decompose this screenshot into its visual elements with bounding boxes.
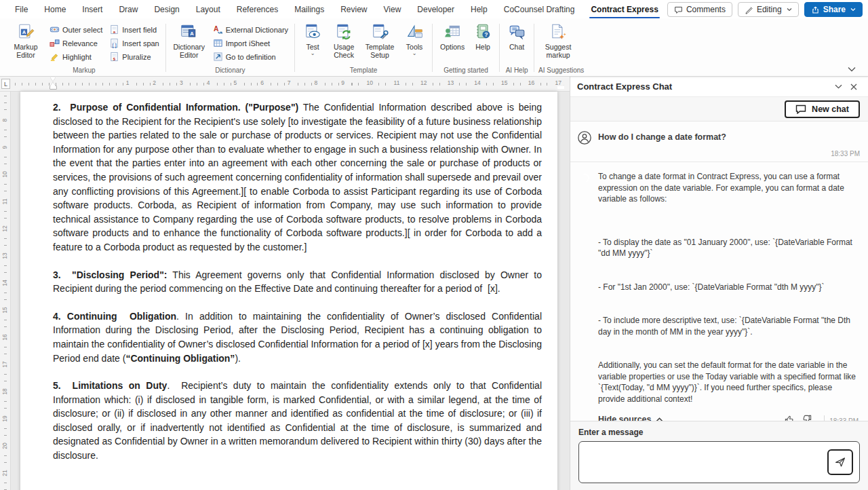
markup-editor-button[interactable]: A Markup Editor bbox=[7, 21, 45, 60]
options-button[interactable]: Options bbox=[437, 21, 468, 52]
template-setup-button[interactable]: Template Setup bbox=[361, 21, 398, 60]
chat-icon bbox=[508, 23, 526, 41]
ai-suggestions-group-label: AI Suggestions bbox=[538, 65, 584, 76]
assistant-bullet: - For "1st Jan 2000", use: `{DateVariabl… bbox=[598, 282, 860, 293]
assistant-message-timestamp: 18:33 PM bbox=[829, 417, 859, 421]
dictionary-editor-icon: A bbox=[180, 23, 198, 41]
new-chat-button[interactable]: New chat bbox=[785, 100, 860, 118]
share-button[interactable]: Share bbox=[804, 2, 863, 17]
user-message-timestamp: 18:33 PM bbox=[598, 150, 860, 157]
ruler-number: 17 bbox=[553, 79, 563, 86]
contract-express-chat-panel: Contract Express Chat New chat How do I … bbox=[570, 77, 868, 490]
footer-divider bbox=[824, 415, 825, 421]
template-setup-icon bbox=[371, 23, 389, 41]
external-dictionary-icon: A bbox=[213, 24, 223, 35]
pluralize-button[interactable]: s Pluralize bbox=[107, 51, 161, 62]
import-isheet-label: Import iSheet bbox=[226, 39, 270, 48]
ruler-ticks bbox=[4, 96, 7, 490]
menu-tab-design[interactable]: Design bbox=[146, 0, 187, 19]
menu-tab-contract-express[interactable]: Contract Express bbox=[583, 0, 666, 19]
message-input[interactable] bbox=[578, 441, 860, 483]
menu-tab-draw[interactable]: Draw bbox=[111, 0, 146, 19]
editing-label: Editing bbox=[757, 5, 782, 14]
menu-tab-cocounsel-drafting[interactable]: CoCounsel Drafting bbox=[496, 0, 583, 19]
pluralize-label: Pluralize bbox=[122, 53, 151, 61]
group-divider bbox=[499, 24, 500, 72]
paper-plane-icon bbox=[834, 456, 846, 468]
ruler-number: 12 bbox=[418, 79, 429, 86]
vertical-ruler[interactable]: 89101112131415161718192021 bbox=[0, 92, 11, 490]
insert-field-button[interactable]: a Insert field bbox=[107, 24, 161, 35]
ruler-number: 16 bbox=[1, 333, 9, 343]
menu-tab-mailings[interactable]: Mailings bbox=[286, 0, 332, 19]
chevron-down-icon bbox=[787, 7, 792, 12]
dictionary-editor-button[interactable]: A Dictionary Editor bbox=[170, 21, 208, 60]
chat-panel-collapse-button[interactable] bbox=[831, 82, 846, 91]
hide-sources-toggle[interactable]: Hide sources bbox=[598, 415, 663, 421]
menu-tab-view[interactable]: View bbox=[376, 0, 410, 19]
test-button[interactable]: Test ⌄ bbox=[299, 21, 326, 56]
chat-button[interactable]: Chat bbox=[504, 21, 530, 52]
indent-marker-left[interactable] bbox=[50, 77, 56, 90]
ribbon-group-ai-suggestions: Suggest markup AI Suggestions bbox=[536, 21, 587, 76]
menu-tab-review[interactable]: Review bbox=[332, 0, 375, 19]
document-page[interactable]: 2. Purpose of Confidential Information. … bbox=[20, 92, 557, 490]
insert-field-label: Insert field bbox=[122, 26, 157, 34]
horizontal-ruler[interactable]: L 1234567891011121314151617 bbox=[0, 77, 570, 92]
usage-check-button[interactable]: Usage Check bbox=[329, 21, 359, 60]
import-isheet-button[interactable]: Import iSheet bbox=[211, 37, 290, 49]
tab-stop-selector[interactable]: L bbox=[1, 79, 10, 89]
paragraph-heading: 3. "Disclosing Period": bbox=[53, 269, 167, 280]
help-button[interactable]: ? Help bbox=[471, 21, 495, 52]
menu-tab-insert[interactable]: Insert bbox=[74, 0, 111, 19]
ruler-number: 14 bbox=[1, 278, 9, 288]
menu-tab-references[interactable]: References bbox=[229, 0, 286, 19]
menu-tab-developer[interactable]: Developer bbox=[409, 0, 462, 19]
menu-bar: File Home Insert Draw Design Layout Refe… bbox=[0, 0, 868, 19]
ribbon-group-getting-started: Options ? Help Getting started bbox=[434, 21, 498, 76]
menu-tab-help[interactable]: Help bbox=[462, 0, 496, 19]
pluralize-icon: s bbox=[109, 52, 119, 62]
chat-panel-title: Contract Express Chat bbox=[577, 81, 831, 92]
ruler-number: 17 bbox=[1, 360, 9, 370]
chat-message-list[interactable]: How do I change a date format? 18:33 PM … bbox=[570, 121, 868, 421]
ribbon: A Markup Editor Outer select Relevance H… bbox=[0, 19, 868, 77]
assistant-bullet: - To include more descriptive text, use:… bbox=[598, 315, 860, 337]
tools-button[interactable]: Tools ⌄ bbox=[401, 21, 428, 56]
send-message-button[interactable] bbox=[827, 449, 853, 475]
highlight-button[interactable]: Highlight bbox=[47, 51, 104, 62]
ruler-number: 11 bbox=[1, 197, 9, 207]
external-dictionary-button[interactable]: A External Dictionary bbox=[211, 24, 290, 35]
ribbon-group-ai-help: Chat AI Help bbox=[501, 21, 532, 76]
pencil-icon bbox=[745, 5, 753, 14]
ruler-number: 15 bbox=[1, 305, 9, 316]
suggest-markup-button[interactable]: Suggest markup bbox=[538, 21, 578, 60]
usage-check-label: Usage Check bbox=[330, 43, 357, 59]
comments-button[interactable]: Comments bbox=[667, 2, 732, 17]
menu-tab-home[interactable]: Home bbox=[36, 0, 74, 19]
outer-select-button[interactable]: Outer select bbox=[47, 24, 104, 35]
assistant-outro-text: Additionally, you can set the default fo… bbox=[598, 360, 860, 404]
usage-check-icon bbox=[335, 23, 353, 41]
menu-tab-layout[interactable]: Layout bbox=[188, 0, 229, 19]
insert-span-button[interactable]: [ ] Insert span bbox=[107, 37, 161, 49]
ribbon-group-dictionary: A Dictionary Editor A External Dictionar… bbox=[167, 21, 293, 76]
svg-text:A: A bbox=[22, 29, 26, 35]
editing-mode-button[interactable]: Editing bbox=[738, 2, 799, 17]
template-setup-label: Template Setup bbox=[363, 43, 397, 59]
paragraph-continuing-obligation: 4. Continuing Obligation. In addition to… bbox=[53, 309, 542, 365]
chevron-down-icon bbox=[850, 7, 856, 12]
markup-group-label: Markup bbox=[7, 65, 161, 76]
chat-panel-close-button[interactable] bbox=[846, 81, 861, 92]
thumbs-down-button[interactable] bbox=[802, 414, 812, 421]
assistant-bullet: - To display the date as "01 January 200… bbox=[598, 237, 860, 259]
relevance-button[interactable]: Relevance bbox=[47, 37, 104, 49]
ruler-number: 5 bbox=[231, 79, 239, 86]
collapse-ribbon-button[interactable] bbox=[844, 65, 860, 73]
thumbs-up-button[interactable] bbox=[784, 414, 795, 421]
menu-tab-file[interactable]: File bbox=[7, 0, 36, 19]
paragraph-heading: 4. Continuing Obligation bbox=[53, 311, 176, 322]
svg-text:?: ? bbox=[484, 31, 488, 38]
markup-editor-label: Markup Editor bbox=[8, 43, 43, 59]
go-to-definition-button[interactable]: Go to definition bbox=[211, 51, 290, 62]
